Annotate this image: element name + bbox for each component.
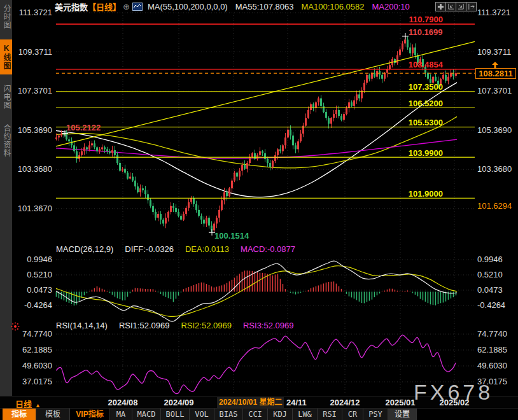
toolbar-rsi-button[interactable]: RSI — [318, 409, 342, 420]
add-overlay-icon[interactable]: ⊕ — [123, 2, 130, 11]
toolbar-lw-button[interactable]: LW& — [293, 409, 318, 420]
macd-label-row: MACD(26,12,9) DIFF:-0.0326 DEA:0.0113 MA… — [56, 244, 295, 254]
rsi1-value: RSI1:52.0969 — [119, 321, 170, 330]
date-tick: 2024/08 — [108, 398, 138, 407]
start-price-marker: 105.2122 — [66, 123, 101, 132]
sidebar-tab-time-chart[interactable]: 分时图 — [0, 0, 12, 34]
ma-settings-label: MA(55,100,200,0,0,0) — [148, 2, 228, 11]
price-axis-label: 109.3711 — [13, 47, 52, 57]
macd-axis-label: 0.9946 — [477, 255, 517, 264]
level-label: 108.4854 — [355, 60, 443, 69]
rsi-axis-label: 62.1885 — [477, 345, 517, 354]
high-price-marker: 110.1699 — [409, 27, 443, 37]
watermark: FX678 — [414, 380, 493, 405]
scale-left-icon[interactable] — [445, 2, 456, 11]
toolbar-cci-button[interactable]: CCI — [243, 409, 268, 420]
sidebar: 分时图 K线图 闪电图 合约资料 — [0, 0, 12, 396]
toolbar-indicator-button[interactable]: 指标 — [3, 409, 36, 420]
macd-axis-label: 0.0473 — [477, 285, 517, 295]
toolbar-vol-button[interactable]: VOL — [190, 409, 214, 420]
ma100-value: MA100:106.0582 — [301, 2, 364, 11]
toolbar-psy-button[interactable]: PSY — [363, 409, 388, 420]
price-up-arrow-icon — [490, 60, 500, 72]
toolbar-vip-indicator-button[interactable]: VIP指标 — [70, 409, 110, 420]
macd-axis-label: 0.0473 — [13, 285, 52, 295]
chart-header: 美元指数 【日线】 ⊕ MA(55,100,200,0,0,0) MA55:10… — [55, 1, 410, 12]
date-highlight: 2024/10/01 星期二 — [217, 397, 284, 408]
price-axis-label: 103.3680 — [477, 164, 517, 174]
macd-title: MACD(26,12,9) — [56, 244, 113, 254]
date-tick: 2025/01 — [386, 398, 416, 407]
symbol-name: 美元指数 — [55, 1, 88, 13]
rsi-axis-label: 74.7740 — [477, 329, 517, 339]
macd-value: MACD:-0.0877 — [241, 244, 295, 254]
macd-axis-label: 0.5210 — [13, 270, 52, 279]
pan-icon[interactable] — [435, 2, 446, 11]
level-label: 106.5200 — [355, 99, 443, 108]
toolbar-settings-button[interactable]: 设置 — [388, 409, 417, 420]
macd-axis-label: 0.9946 — [13, 255, 52, 264]
price-axis-label: 101.3670 — [13, 204, 52, 213]
shift-right-icon[interactable] — [466, 2, 477, 11]
rsi-axis-label: 37.0175 — [13, 377, 52, 386]
toolbar-kdj-button[interactable]: KDJ — [268, 409, 293, 420]
low-price-marker: 100.1514 — [214, 231, 249, 241]
trading-app: 分时图 K线图 闪电图 合约资料 美元指数 【日线】 ⊕ MA(55,100,2… — [0, 0, 518, 420]
macd-dea-value: DEA:0.0113 — [185, 244, 229, 254]
level-label: 110.7900 — [355, 15, 443, 24]
ma200-value: MA200:10 — [372, 2, 410, 11]
scale-right-icon[interactable] — [456, 2, 466, 11]
rsi-axis-label: 49.6030 — [477, 361, 517, 370]
date-tick: 2024/12 — [330, 398, 360, 407]
toolbar-ma-button[interactable]: MA — [110, 409, 132, 420]
toolbar-bias-button[interactable]: BIAS — [214, 409, 243, 420]
macd-diff-value: DIFF:-0.0326 — [125, 244, 174, 254]
date-tick: 24/11 — [286, 398, 307, 407]
price-axis-label: 107.3701 — [13, 86, 52, 95]
sidebar-tab-kline-chart[interactable]: K线图 — [0, 39, 12, 74]
price-axis-label: 111.3721 — [477, 8, 517, 17]
macd-axis-label: -0.4264 — [477, 300, 517, 310]
level-label: 101.9000 — [355, 189, 443, 199]
toolbar-boll-button[interactable]: BOLL — [161, 409, 190, 420]
rsi3-value: RSI3:52.0969 — [243, 321, 294, 330]
sidebar-tab-contract-info[interactable]: 合约资料 — [0, 120, 12, 162]
price-axis-label: 105.3690 — [13, 125, 52, 135]
indicator-toolbar: 指标 模板 VIP指标 MA MACD BOLL VOL BIAS CCI KD… — [0, 408, 518, 420]
rsi-axis-label: 62.1885 — [13, 345, 52, 354]
rsi-axis-label: 49.6030 — [13, 361, 52, 370]
macd-axis-label: -0.4264 — [13, 300, 52, 310]
level-label: 103.9900 — [355, 148, 443, 158]
toolbar-cr-button[interactable]: CR — [342, 409, 363, 420]
toolbar-macd-button[interactable]: MACD — [132, 409, 161, 420]
price-axis-label: 109.3711 — [477, 47, 517, 57]
period-tag: 【日线】 — [88, 1, 121, 13]
level-label: 107.3500 — [355, 82, 443, 92]
right-low-price-label: 101.6294 — [477, 201, 517, 211]
ma55-value: MA55:107.8063 — [235, 2, 294, 11]
rsi2-value: RSI2:52.0969 — [181, 321, 232, 330]
price-axis-label: 107.3701 — [477, 86, 517, 95]
level-label: 105.5300 — [355, 118, 443, 127]
date-tick: 2024/09 — [164, 398, 194, 407]
macd-axis-label: 0.5210 — [477, 270, 517, 279]
chart-type-icon[interactable] — [132, 3, 143, 11]
price-axis-label: 111.3721 — [13, 8, 52, 17]
rsi-label-row: RSI(14,14,14) RSI1:52.0969 RSI2:52.0969 … — [56, 321, 293, 330]
rsi-title: RSI(14,14,14) — [56, 321, 108, 330]
toolbar-template-button[interactable]: 模板 — [36, 409, 70, 420]
sidebar-tab-lightning-chart[interactable]: 闪电图 — [0, 80, 12, 114]
alert-sun-icon — [11, 322, 20, 333]
price-axis-label: 103.3680 — [13, 164, 52, 174]
price-axis-label: 105.3690 — [477, 125, 517, 135]
